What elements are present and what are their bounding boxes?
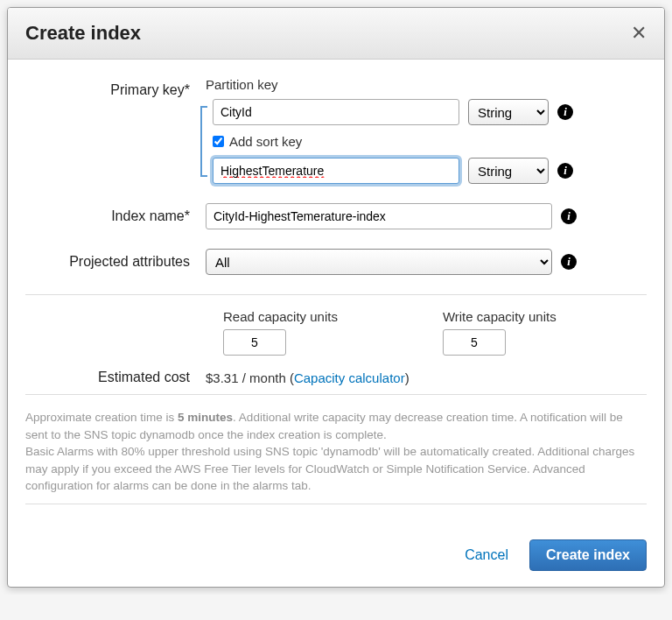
read-capacity-label: Read capacity units	[223, 309, 338, 324]
fine-print: Approximate creation time is 5 minutes. …	[25, 409, 647, 495]
write-capacity-label: Write capacity units	[443, 309, 556, 324]
estimated-cost-row: Estimated cost $3.31 / month (Capacity c…	[25, 370, 647, 385]
divider	[25, 294, 647, 295]
write-capacity-input[interactable]	[443, 329, 506, 356]
add-sort-key-checkbox[interactable]	[213, 136, 224, 147]
create-index-button[interactable]: Create index	[529, 539, 647, 571]
divider	[25, 394, 647, 395]
sort-key-input[interactable]	[213, 158, 459, 184]
projected-attributes-row: Projected attributes All i	[25, 249, 647, 284]
capacity-row: Read capacity units Write capacity units	[25, 309, 647, 356]
info-icon[interactable]: i	[561, 208, 577, 224]
primary-key-row: Primary key* Partition key String i Add …	[25, 77, 647, 193]
calc-paren-close: )	[405, 370, 410, 385]
index-name-input[interactable]	[206, 203, 552, 229]
cancel-button[interactable]: Cancel	[465, 547, 508, 563]
create-index-modal: Create index ✕ Primary key* Partition ke…	[7, 7, 665, 588]
partition-key-input[interactable]	[213, 99, 459, 125]
index-name-label: Index name*	[25, 203, 206, 224]
modal-title: Create index	[25, 22, 141, 45]
primary-key-label: Primary key*	[25, 77, 206, 98]
close-icon[interactable]: ✕	[631, 24, 647, 43]
info-icon[interactable]: i	[561, 254, 577, 270]
divider	[25, 504, 647, 504]
partition-key-label: Partition key	[206, 77, 647, 92]
index-name-row: Index name* i	[25, 203, 647, 238]
capacity-calculator-link[interactable]: Capacity calculator	[294, 370, 405, 385]
key-bracket: String i Add sort key String i	[206, 99, 647, 184]
modal-header: Create index ✕	[8, 8, 664, 60]
projected-attributes-label: Projected attributes	[25, 249, 206, 270]
partition-type-select[interactable]: String	[468, 99, 549, 125]
read-capacity-input[interactable]	[223, 329, 286, 356]
estimated-cost-label: Estimated cost	[25, 370, 206, 385]
modal-body: Primary key* Partition key String i Add …	[8, 60, 664, 527]
sort-type-select[interactable]: String	[468, 158, 549, 184]
modal-footer: Cancel Create index	[8, 527, 664, 587]
estimated-cost-value: $3.31 / month	[206, 370, 286, 385]
projected-attributes-select[interactable]: All	[206, 249, 552, 275]
add-sort-key-label: Add sort key	[229, 134, 302, 149]
info-icon[interactable]: i	[557, 104, 573, 120]
info-icon[interactable]: i	[557, 163, 573, 179]
